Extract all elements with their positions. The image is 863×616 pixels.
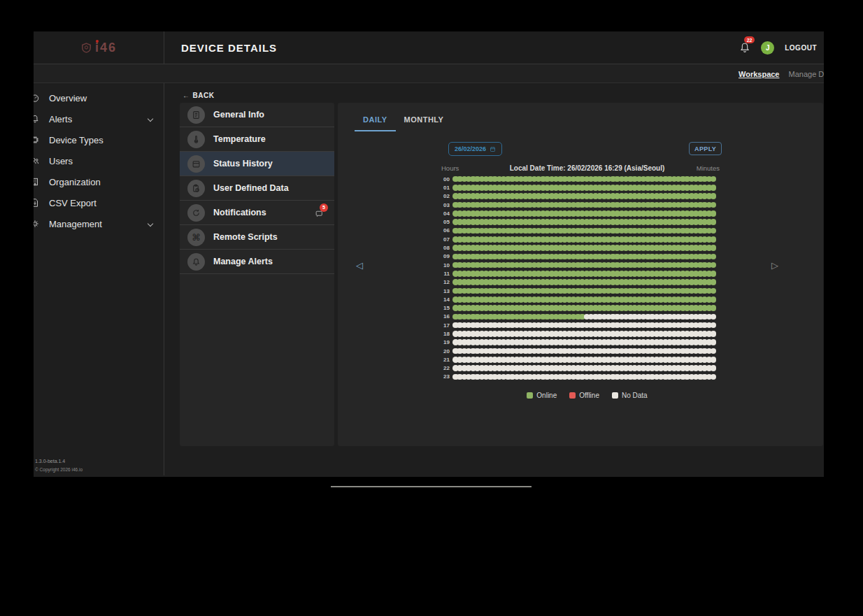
status-row-05: 05 [338, 217, 716, 226]
hour-label: 08 [338, 245, 452, 251]
minute-dot [711, 365, 717, 371]
sidebar-item-organization[interactable]: Organization [34, 171, 164, 192]
command-icon: ⌘ [187, 229, 205, 246]
sidebar-item-management[interactable]: Management [34, 213, 164, 234]
subnav-workspace-link[interactable]: Workspace [739, 70, 780, 78]
status-row-18: 18 [338, 329, 716, 338]
legend: OnlineOfflineNo Data [455, 392, 719, 399]
hour-label: 13 [338, 288, 452, 294]
calendar-grid-icon [187, 155, 205, 173]
minute-dot [711, 262, 717, 268]
alert-bell-icon [187, 253, 205, 271]
status-row-17: 17 [338, 321, 716, 329]
legend-swatch [527, 392, 533, 399]
sidebar-item-csv-export[interactable]: CSV Export [34, 192, 164, 213]
home-indicator [331, 486, 532, 487]
minute-dot [711, 339, 717, 345]
back-button[interactable]: ← BACK [183, 92, 214, 99]
bell-icon [34, 114, 40, 124]
sidebar-item-overview[interactable]: Overview [34, 87, 164, 108]
sidebar-item-users[interactable]: Users [34, 150, 164, 171]
sidebar-item-device-types[interactable]: Device Types [34, 129, 164, 150]
status-history-panel: DAILY MONTHLY 26/02/2026 APPLY Hours Loc… [338, 103, 823, 446]
minute-dot [711, 322, 717, 329]
status-row-08: 08 [338, 243, 716, 252]
status-row-19: 19 [338, 338, 716, 347]
hour-label: 23 [338, 373, 452, 380]
hour-label: 19 [338, 339, 452, 345]
hour-label: 01 [338, 185, 452, 191]
hour-label: 18 [338, 331, 452, 337]
hour-label: 10 [338, 262, 452, 268]
sidebar: Overview Alerts Device Types Users [34, 83, 164, 475]
logo-text: i46 [95, 41, 117, 54]
file-export-icon [34, 198, 40, 208]
previous-day-arrow[interactable]: ◁ [356, 261, 363, 270]
gear-icon [34, 219, 40, 229]
minute-dot [711, 193, 717, 199]
status-row-03: 03 [338, 201, 716, 209]
minute-dot [711, 202, 717, 208]
menu-item-notifications[interactable]: Notifications 5 [180, 201, 334, 225]
notifications-count-badge: 22 [744, 36, 755, 43]
minute-dot [711, 245, 717, 251]
device-menu: General Info Temperature Status History … [180, 103, 334, 446]
logout-button[interactable]: LOGOUT [785, 44, 817, 52]
menu-item-manage-alerts[interactable]: Manage Alerts [180, 250, 334, 274]
minute-dot [711, 374, 717, 380]
screen: i46 DEVICE DETAILS 22 J LOGOUT Workspace… [0, 0, 863, 616]
next-day-arrow[interactable]: ▷ [771, 261, 778, 270]
date-picker-button[interactable]: 26/02/2026 [448, 142, 502, 156]
legend-label: No Data [622, 392, 648, 399]
legend-item-online: Online [527, 392, 557, 399]
legend-label: Offline [579, 392, 599, 399]
body: Overview Alerts Device Types Users [34, 83, 824, 475]
logo: i46 [34, 31, 164, 64]
hour-label: 21 [338, 357, 452, 363]
subnav-manage-devices-link[interactable]: Manage Devices [789, 70, 825, 78]
hour-label: 12 [338, 279, 452, 285]
menu-item-temperature[interactable]: Temperature [180, 127, 334, 152]
sidebar-item-alerts[interactable]: Alerts [34, 108, 164, 129]
status-row-23: 23 [338, 373, 716, 381]
apply-button[interactable]: APPLY [689, 142, 722, 155]
hour-label: 06 [338, 227, 452, 234]
status-row-14: 14 [338, 295, 716, 303]
page-title: DEVICE DETAILS [164, 31, 739, 64]
gauge-icon [34, 93, 40, 103]
status-row-21: 21 [338, 355, 716, 364]
minute-dot [711, 279, 717, 285]
shield-logo-icon [80, 42, 92, 54]
minute-dot [711, 348, 717, 354]
sidebar-footer: 1.3.0-beta.1.4 © Copyright 2026 i46.io [35, 459, 83, 472]
minute-dot [711, 314, 717, 320]
hour-label: 04 [338, 210, 452, 217]
notifications-bell-button[interactable]: 22 [739, 41, 750, 54]
notifications-count-badge: 5 [320, 203, 328, 212]
menu-item-general-info[interactable]: General Info [180, 103, 334, 127]
copyright-text: © Copyright 2026 i46.io [35, 467, 83, 472]
legend-label: Online [536, 392, 557, 399]
tab-monthly[interactable]: MONTHLY [396, 111, 452, 131]
thermometer-icon [187, 131, 205, 148]
menu-item-user-defined-data[interactable]: User Defined Data [180, 176, 334, 201]
minute-dot [711, 271, 717, 277]
menu-item-status-history[interactable]: Status History [180, 152, 334, 176]
subnav: Workspace Manage Devices [34, 64, 824, 83]
message-icon: 5 [315, 208, 324, 217]
minute-dot [711, 288, 717, 294]
legend-swatch [569, 392, 576, 399]
menu-item-remote-scripts[interactable]: ⌘ Remote Scripts [180, 225, 334, 250]
chevron-down-icon [148, 221, 153, 227]
subnav-links: Workspace Manage Devices [739, 64, 824, 83]
status-row-07: 07 [338, 235, 716, 243]
legend-item-offline: Offline [569, 392, 599, 399]
avatar[interactable]: J [761, 41, 774, 55]
minute-dot [711, 331, 717, 337]
hour-label: 03 [338, 202, 452, 208]
minute-dot [711, 228, 717, 234]
minute-dot [711, 254, 717, 260]
minute-dot [711, 219, 717, 225]
status-row-22: 22 [338, 364, 716, 373]
tab-daily[interactable]: DAILY [355, 111, 396, 131]
